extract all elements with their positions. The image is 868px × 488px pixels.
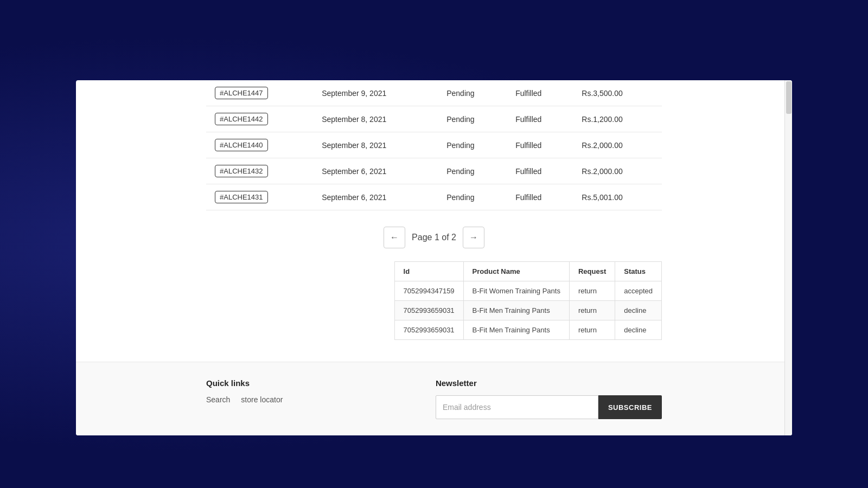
- order-id-badge[interactable]: #ALCHE1431: [215, 191, 268, 203]
- order-date-cell: September 9, 2021: [313, 80, 438, 106]
- subscribe-button[interactable]: SUBSCRIBE: [598, 395, 662, 419]
- order-id-cell: #ALCHE1447: [206, 80, 313, 106]
- newsletter-form: SUBSCRIBE: [436, 395, 662, 419]
- order-payment-status-cell: Pending: [438, 132, 507, 158]
- return-product-name-cell: B-Fit Men Training Pants: [463, 320, 569, 340]
- order-date-cell: September 6, 2021: [313, 184, 438, 210]
- order-id-badge[interactable]: #ALCHE1440: [215, 139, 268, 151]
- order-id-cell: #ALCHE1432: [206, 158, 313, 184]
- return-row: 7052993659031 B-Fit Men Training Pants r…: [394, 320, 661, 340]
- orders-table: #ALCHE1447 September 9, 2021 Pending Ful…: [206, 80, 662, 210]
- page-indicator: Page 1 of 2: [412, 233, 456, 242]
- order-payment-status-cell: Pending: [438, 106, 507, 132]
- order-total-cell: Rs.1,200.00: [573, 106, 662, 132]
- scrollbar-thumb[interactable]: [786, 81, 792, 114]
- email-input[interactable]: [436, 395, 598, 419]
- return-request-cell: return: [569, 281, 615, 301]
- order-row: #ALCHE1447 September 9, 2021 Pending Ful…: [206, 80, 662, 106]
- order-id-cell: #ALCHE1442: [206, 106, 313, 132]
- main-container: #ALCHE1447 September 9, 2021 Pending Ful…: [76, 80, 792, 435]
- order-total-cell: Rs.5,001.00: [573, 184, 662, 210]
- order-total-cell: Rs.2,000.00: [573, 158, 662, 184]
- returns-column-header: Request: [569, 262, 615, 281]
- order-fulfillment-status-cell: Fulfilled: [507, 106, 573, 132]
- quick-link[interactable]: Search: [206, 395, 230, 404]
- newsletter-section: Newsletter SUBSCRIBE: [436, 378, 662, 419]
- quick-link[interactable]: store locator: [241, 395, 283, 404]
- order-id-badge[interactable]: #ALCHE1432: [215, 165, 268, 177]
- order-total-cell: Rs.2,000.00: [573, 132, 662, 158]
- order-row: #ALCHE1440 September 8, 2021 Pending Ful…: [206, 132, 662, 158]
- return-status-cell: accepted: [615, 281, 662, 301]
- returns-header-row: IdProduct NameRequestStatus: [394, 262, 661, 281]
- order-fulfillment-status-cell: Fulfilled: [507, 80, 573, 106]
- order-fulfillment-status-cell: Fulfilled: [507, 158, 573, 184]
- order-id-badge[interactable]: #ALCHE1447: [215, 87, 268, 99]
- next-page-button[interactable]: →: [463, 227, 484, 248]
- pagination-section: ← Page 1 of 2 →: [76, 210, 792, 261]
- order-date-cell: September 8, 2021: [313, 132, 438, 158]
- order-date-cell: September 6, 2021: [313, 158, 438, 184]
- return-request-cell: return: [569, 320, 615, 340]
- return-request-cell: return: [569, 301, 615, 320]
- orders-section: #ALCHE1447 September 9, 2021 Pending Ful…: [76, 80, 792, 210]
- order-payment-status-cell: Pending: [438, 184, 507, 210]
- newsletter-heading: Newsletter: [436, 378, 662, 388]
- returns-table: IdProduct NameRequestStatus 705299434715…: [394, 261, 662, 340]
- quick-links-section: Quick links Searchstore locator: [206, 378, 283, 404]
- return-status-cell: decline: [615, 301, 662, 320]
- order-id-cell: #ALCHE1440: [206, 132, 313, 158]
- return-row: 7052994347159 B-Fit Women Training Pants…: [394, 281, 661, 301]
- return-id-cell: 7052993659031: [394, 320, 463, 340]
- return-status-cell: decline: [615, 320, 662, 340]
- order-id-cell: #ALCHE1431: [206, 184, 313, 210]
- returns-column-header: Id: [394, 262, 463, 281]
- order-id-badge[interactable]: #ALCHE1442: [215, 113, 268, 125]
- returns-column-header: Product Name: [463, 262, 569, 281]
- quick-links-list: Searchstore locator: [206, 395, 283, 404]
- order-fulfillment-status-cell: Fulfilled: [507, 132, 573, 158]
- footer-section: Quick links Searchstore locator Newslett…: [76, 362, 792, 435]
- order-row: #ALCHE1431 September 6, 2021 Pending Ful…: [206, 184, 662, 210]
- order-payment-status-cell: Pending: [438, 158, 507, 184]
- order-fulfillment-status-cell: Fulfilled: [507, 184, 573, 210]
- order-total-cell: Rs.3,500.00: [573, 80, 662, 106]
- order-row: #ALCHE1432 September 6, 2021 Pending Ful…: [206, 158, 662, 184]
- prev-page-button[interactable]: ←: [384, 227, 405, 248]
- return-product-name-cell: B-Fit Women Training Pants: [463, 281, 569, 301]
- order-date-cell: September 8, 2021: [313, 106, 438, 132]
- order-row: #ALCHE1442 September 8, 2021 Pending Ful…: [206, 106, 662, 132]
- return-row: 7052993659031 B-Fit Men Training Pants r…: [394, 301, 661, 320]
- return-id-cell: 7052994347159: [394, 281, 463, 301]
- order-payment-status-cell: Pending: [438, 80, 507, 106]
- quick-links-heading: Quick links: [206, 378, 283, 388]
- scrollbar[interactable]: [784, 80, 792, 435]
- returns-column-header: Status: [615, 262, 662, 281]
- return-product-name-cell: B-Fit Men Training Pants: [463, 301, 569, 320]
- return-id-cell: 7052993659031: [394, 301, 463, 320]
- returns-section: IdProduct NameRequestStatus 705299434715…: [76, 261, 792, 362]
